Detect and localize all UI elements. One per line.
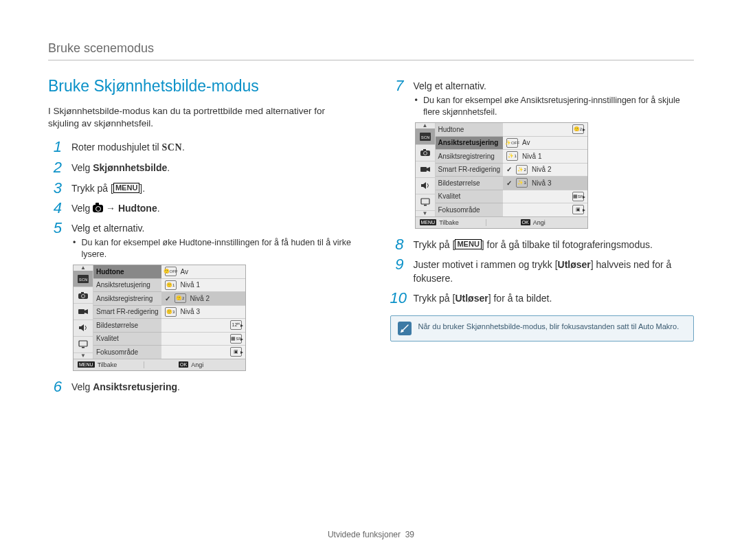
text: Velg: [71, 162, 93, 173]
menu-button-icon: MENU: [420, 219, 437, 225]
menu-icon: MENU: [113, 183, 139, 193]
text: Nivå 1: [522, 153, 541, 160]
foot-left: MENUTilbake: [74, 361, 144, 368]
values-col: 🙂OFFAv 🙂1Nivå 1 ✓🙂2Nivå 2 🙂3Nivå 3 12ᴹ▸ …: [161, 265, 245, 359]
text: Nivå 2: [532, 166, 551, 173]
menu-item: Ansiktsregistrering: [436, 150, 504, 164]
step-text: Roter modushjulet til SCN.: [71, 140, 352, 155]
scn-icon: SCN: [162, 142, 183, 153]
text: Du kan for eksempel øke Hudtone-innstill…: [81, 237, 352, 260]
values-col: 🙂2▸ ✨OFFAv ✨1Nivå 1 ✓✨2Nivå 2 ✓✨3Nivå 3 …: [503, 123, 587, 216]
level-icon: 🙂1: [165, 280, 177, 290]
level-icon: 🙂OFF: [165, 267, 177, 276]
menu-item: Fokusområde: [436, 203, 504, 216]
step-text: Trykk på [MENU] for å gå tilbake til fot…: [414, 238, 695, 251]
step-list: 7 Velg et alternativ. Du kan for eksempe…: [390, 77, 695, 118]
speaker-mode-icon: [416, 178, 435, 194]
value-item-selected: ✓✨3Nivå 3: [503, 177, 587, 190]
svg-rect-19: [424, 205, 427, 206]
value-item: 🙂2▸: [503, 123, 587, 137]
note-box: Når du bruker Skjønnhetsbilde-modus, bli…: [390, 315, 695, 341]
camera-icon: [93, 205, 103, 212]
text: Nivå 3: [532, 179, 551, 187]
page: Bruke scenemodus Bruke Skjønnhetsbilde-m…: [0, 0, 742, 560]
text-bold: Skjønnhetsbilde: [93, 162, 167, 173]
camera-mode-icon: [416, 145, 435, 161]
check-icon: ✓: [165, 295, 170, 302]
arrow: →: [103, 203, 118, 214]
foot-left: MENUTilbake: [416, 219, 486, 226]
menu-item: Smart FR-redigering: [93, 306, 161, 320]
step-7: 7 Velg et alternativ. Du kan for eksempe…: [390, 77, 695, 118]
text: Angi: [533, 219, 546, 226]
menu-item: Hudtone: [436, 123, 504, 137]
text: Av: [522, 139, 530, 146]
level-icon: ✨2: [516, 165, 528, 175]
menu-col: Hudtone Ansiktsretusjering Ansiktsregist…: [93, 265, 161, 359]
svg-text:SCN: SCN: [79, 278, 88, 282]
step-text: Velg Ansiktsretusjering.: [71, 380, 352, 394]
text: .: [177, 381, 180, 392]
value-item: ✨1Nivå 1: [503, 150, 587, 164]
text: Nivå 3: [181, 308, 200, 315]
step-text: Juster motivet i rammen og trykk [Utløse…: [414, 258, 695, 286]
level-icon: 🙂3: [165, 307, 177, 317]
value-item: ✨OFFAv: [503, 137, 587, 150]
value-item: 12ᴹ▸: [161, 319, 245, 333]
screen-body: ▲ SCN ▼ Hudtone Ansiktsretusjering Ansik…: [416, 123, 587, 216]
step-text: Trykk på [MENU].: [71, 181, 352, 195]
step-number: 5: [48, 221, 62, 236]
level-icon: 🙂2▸: [572, 124, 584, 134]
svg-rect-3: [81, 292, 84, 293]
speaker-mode-icon: [74, 320, 93, 337]
step-text: Velg et alternativ. Du kan for eksempel …: [71, 221, 352, 260]
camera-screen-1: ▲ SCN ▼ Hudtone Ansiktsretusjering Ansik…: [73, 265, 246, 371]
display-mode-icon: [74, 337, 93, 353]
text: .: [182, 142, 185, 153]
text: Av: [181, 268, 189, 276]
page-number: 39: [405, 530, 414, 539]
text-bold: Utløser: [558, 259, 591, 270]
step-list: 8 Trykk på [MENU] for å gå tilbake til f…: [390, 236, 695, 306]
step-10: 10 Trykk på [Utløser] for å ta bildet.: [390, 289, 695, 305]
value-item: 🙂1Nivå 1: [161, 279, 245, 293]
video-mode-icon: [74, 304, 93, 320]
svg-rect-5: [78, 309, 85, 314]
text: Velg et alternativ.: [414, 80, 486, 91]
note-text: Når du bruker Skjønnhetsbilde-modus, bli…: [418, 322, 679, 335]
step-list: 1 Roter modushjulet til SCN. 2 Velg Skjø…: [48, 138, 352, 260]
menu-col: Hudtone Ansiktsretusjering Ansiktsregist…: [436, 123, 504, 216]
menu-item: Ansiktsregistrering: [93, 292, 161, 306]
step-text: Trykk på [Utløser] for å ta bildet.: [414, 291, 695, 305]
svg-marker-7: [79, 324, 84, 331]
step-9: 9 Juster motivet i rammen og trykk [Utlø…: [390, 256, 695, 286]
text: .: [157, 203, 160, 214]
svg-text:SCN: SCN: [420, 135, 429, 139]
value-item: ✓✨2Nivå 2: [503, 164, 587, 177]
svg-rect-13: [423, 149, 426, 150]
text: Velg: [71, 381, 93, 392]
left-column: Bruke Skjønnhetsbilde-modus I Skjønnhets…: [48, 77, 352, 523]
screen-body: ▲ SCN ▼ Hudtone Ansiktsretusjering Ansik…: [74, 265, 245, 359]
step-number: 6: [48, 379, 62, 394]
value-item: ▦SF▸: [503, 190, 587, 204]
menu-item: Ansiktsretusjering: [93, 279, 161, 293]
text: ] for å ta bildet.: [488, 293, 552, 304]
step-5: 5 Velg et alternativ. Du kan for eksempe…: [48, 219, 352, 260]
step-number: 10: [390, 291, 404, 306]
screen-footer: MENUTilbake OKAngi: [74, 359, 245, 370]
section-title: Bruke Skjønnhetsbilde-modus: [48, 77, 352, 96]
text: Trykk på [: [71, 183, 113, 194]
svg-marker-17: [421, 182, 426, 189]
bullet-text: Du kan for eksempel øke Hudtone-innstill…: [73, 237, 352, 260]
text: Roter modushjulet til: [71, 142, 162, 153]
note-icon: [398, 322, 412, 335]
level-icon: 🙂2: [175, 293, 186, 303]
focus-icon: ▣▸: [230, 347, 242, 357]
svg-rect-8: [79, 341, 87, 346]
menu-item: Bildestørrelse: [93, 319, 161, 333]
camera-screen-2: ▲ SCN ▼ Hudtone Ansiktsretusjering Ansik…: [415, 122, 588, 229]
running-head: Bruke scenemodus: [48, 41, 694, 60]
svg-rect-9: [82, 347, 85, 348]
text: ].: [139, 183, 145, 194]
